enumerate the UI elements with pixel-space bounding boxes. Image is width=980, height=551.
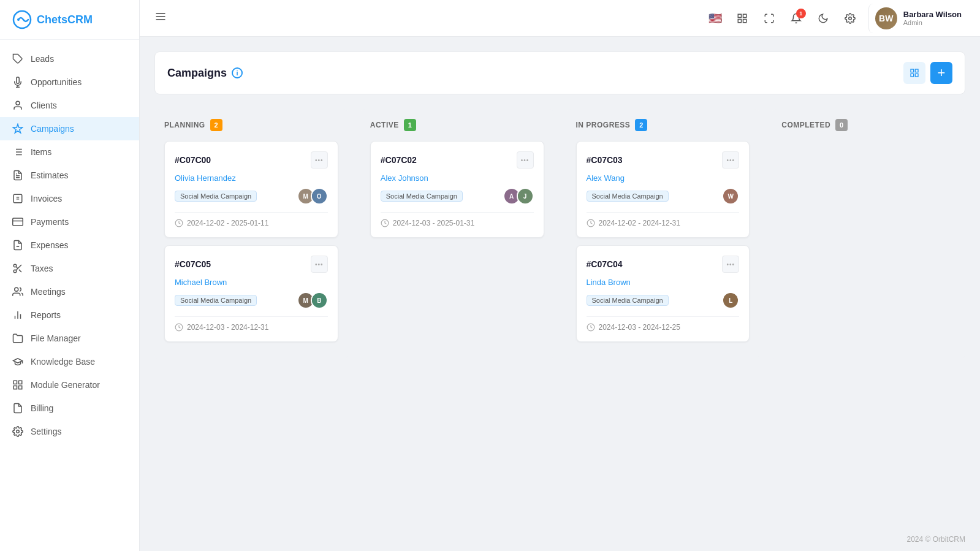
svg-point-20 bbox=[13, 264, 17, 267]
sidebar-item-items[interactable]: Items bbox=[0, 140, 139, 164]
notifications-button[interactable]: 1 bbox=[785, 7, 807, 29]
card-date-text-#C07C05: 2024-12-03 - 2024-12-31 bbox=[187, 323, 268, 332]
sidebar-item-file-manager[interactable]: File Manager bbox=[0, 327, 139, 350]
avatar: L bbox=[722, 292, 739, 309]
avatar: O bbox=[311, 188, 328, 205]
sidebar-item-leads-label: Leads bbox=[31, 54, 54, 64]
card-tag-#C07C05: Social Media Campaign bbox=[175, 295, 257, 306]
column-header-completed: COMPLETED0 bbox=[781, 119, 955, 131]
sidebar-item-meetings[interactable]: Meetings bbox=[0, 280, 139, 303]
card-date-#C07C04: 2024-12-03 - 2024-12-25 bbox=[587, 323, 740, 332]
svg-rect-29 bbox=[13, 381, 17, 384]
page-header: Campaigns i + bbox=[154, 51, 965, 94]
card-id-#C07C04: #C07C04 bbox=[587, 259, 623, 269]
notification-badge: 1 bbox=[796, 9, 806, 18]
sidebar-item-knowledge-base[interactable]: Knowledge Base bbox=[0, 350, 139, 373]
sidebar-item-billing[interactable]: Billing bbox=[0, 397, 139, 420]
card-menu-button-#C07C00[interactable]: ••• bbox=[311, 151, 328, 169]
card-header-#C07C03: #C07C03••• bbox=[587, 151, 740, 169]
settings-button[interactable] bbox=[839, 7, 861, 29]
kanban-column-in-progress: IN PROGRESS2#C07C03•••Alex WangSocial Me… bbox=[566, 109, 760, 359]
info-icon[interactable]: i bbox=[232, 67, 243, 78]
svg-line-23 bbox=[19, 270, 21, 272]
sidebar-item-taxes[interactable]: Taxes bbox=[0, 257, 139, 280]
sidebar-item-estimates[interactable]: Estimates bbox=[0, 164, 139, 187]
mic-icon bbox=[12, 77, 23, 88]
sidebar-navigation: Leads Opportunities Clients Campaigns It… bbox=[0, 40, 139, 551]
sidebar-item-invoices-label: Invoices bbox=[31, 194, 62, 203]
sidebar-item-campaigns[interactable]: Campaigns bbox=[0, 117, 139, 140]
sidebar-item-leads[interactable]: Leads bbox=[0, 47, 139, 70]
card-date-text-#C07C02: 2024-12-03 - 2025-01-31 bbox=[393, 219, 474, 227]
card-divider-#C07C00 bbox=[175, 212, 328, 213]
avatar: B bbox=[311, 292, 328, 309]
svg-rect-43 bbox=[915, 69, 918, 72]
card-header-#C07C05: #C07C05••• bbox=[175, 256, 328, 273]
svg-point-33 bbox=[17, 430, 20, 433]
sidebar-item-expenses-label: Expenses bbox=[31, 240, 68, 250]
settings-icon bbox=[845, 13, 856, 24]
sidebar-item-invoices[interactable]: Invoices bbox=[0, 187, 139, 210]
sidebar-item-reports-label: Reports bbox=[31, 310, 61, 320]
dark-mode-button[interactable] bbox=[812, 7, 834, 29]
sidebar-item-clients-label: Clients bbox=[31, 101, 57, 110]
card-middle-#C07C02: Social Media CampaignAJ bbox=[381, 188, 534, 205]
person-icon bbox=[12, 100, 23, 111]
card-name-#C07C04[interactable]: Linda Brown bbox=[587, 278, 740, 287]
card-avatars-#C07C03: W bbox=[722, 188, 739, 205]
tag-icon bbox=[12, 53, 23, 64]
folder-icon bbox=[12, 333, 23, 344]
sidebar-item-payments-label: Payments bbox=[31, 217, 69, 227]
sidebar-item-opportunities-label: Opportunities bbox=[31, 77, 82, 87]
card-date-#C07C02: 2024-12-03 - 2025-01-31 bbox=[381, 219, 534, 227]
add-campaign-button[interactable]: + bbox=[930, 62, 952, 84]
sidebar-item-clients[interactable]: Clients bbox=[0, 94, 139, 117]
user-profile[interactable]: BW Barbara Wilson Admin bbox=[868, 4, 968, 33]
card-name-#C07C05[interactable]: Michael Brown bbox=[175, 278, 328, 287]
card-avatars-#C07C00: MO bbox=[297, 188, 328, 205]
flag-button[interactable]: 🇺🇸 bbox=[704, 7, 726, 29]
column-header-active: ACTIVE1 bbox=[370, 119, 544, 131]
sidebar-item-reports[interactable]: Reports bbox=[0, 303, 139, 327]
card-menu-button-#C07C03[interactable]: ••• bbox=[722, 151, 739, 169]
sidebar-item-expenses[interactable]: Expenses bbox=[0, 234, 139, 257]
grid-view-button[interactable] bbox=[731, 7, 753, 29]
card-menu-button-#C07C04[interactable]: ••• bbox=[722, 256, 739, 273]
sidebar-item-estimates-label: Estimates bbox=[31, 170, 68, 180]
sidebar: ChetsCRM Leads Opportunities Clients Cam… bbox=[0, 0, 140, 551]
sidebar-item-settings[interactable]: Settings bbox=[0, 420, 139, 443]
card-avatars-#C07C04: L bbox=[722, 292, 739, 309]
sidebar-item-opportunities[interactable]: Opportunities bbox=[0, 70, 139, 94]
file-minus-icon bbox=[12, 240, 23, 251]
card-tag-#C07C03: Social Media Campaign bbox=[587, 191, 669, 202]
card-divider-#C07C02 bbox=[381, 212, 534, 213]
page-title-row: Campaigns i bbox=[167, 67, 243, 80]
sidebar-item-payments[interactable]: Payments bbox=[0, 210, 139, 234]
campaign-card-#C07C04: #C07C04•••Linda BrownSocial Media Campai… bbox=[576, 245, 750, 342]
user-role: Admin bbox=[903, 19, 962, 26]
apps-icon bbox=[737, 13, 748, 24]
logo-text: ChetsCRM bbox=[37, 13, 93, 26]
scissors-icon bbox=[12, 263, 23, 274]
grid-view-icon bbox=[910, 68, 919, 78]
card-menu-button-#C07C05[interactable]: ••• bbox=[311, 256, 328, 273]
svg-rect-31 bbox=[19, 386, 22, 389]
menu-toggle-button[interactable] bbox=[152, 8, 169, 28]
card-name-#C07C00[interactable]: Olivia Hernandez bbox=[175, 173, 328, 183]
svg-rect-39 bbox=[743, 19, 746, 22]
card-id-#C07C02: #C07C02 bbox=[381, 155, 417, 165]
card-header-#C07C04: #C07C04••• bbox=[587, 256, 740, 273]
column-title-in-progress: IN PROGRESS bbox=[576, 121, 631, 129]
card-name-#C07C02[interactable]: Alex Johnson bbox=[381, 173, 534, 183]
kanban-column-active: ACTIVE1#C07C02•••Alex JohnsonSocial Medi… bbox=[360, 109, 554, 359]
svg-rect-40 bbox=[738, 19, 741, 22]
avatar-placeholder: BW bbox=[875, 7, 897, 29]
card-menu-button-#C07C02[interactable]: ••• bbox=[517, 151, 534, 169]
card-header-#C07C00: #C07C00••• bbox=[175, 151, 328, 169]
grid-icon bbox=[12, 379, 23, 390]
fullscreen-button[interactable] bbox=[758, 7, 780, 29]
sidebar-item-module-generator[interactable]: Module Generator bbox=[0, 373, 139, 397]
grid-view-toggle-button[interactable] bbox=[903, 62, 925, 84]
svg-point-21 bbox=[13, 270, 17, 273]
card-name-#C07C03[interactable]: Alex Wang bbox=[587, 173, 740, 183]
